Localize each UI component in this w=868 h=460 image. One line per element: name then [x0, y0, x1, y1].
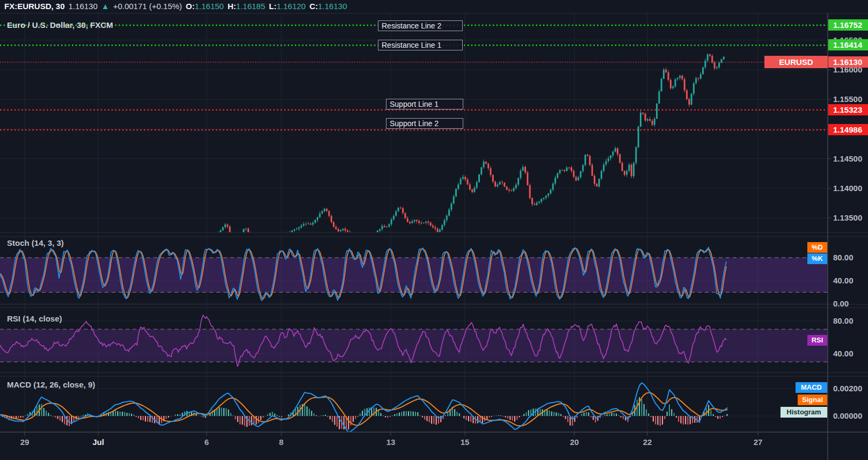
stoch-axis-label: 80.00 — [833, 253, 854, 262]
eurusd-line-tag: EURUSD — [764, 56, 828, 68]
open-value: 1.16150 — [195, 2, 224, 11]
main-pane-title: Euro / U.S. Dollar, 30, FXCM — [7, 20, 113, 30]
last-price: 1.16130 — [69, 2, 98, 11]
time-axis-label: 8 — [279, 437, 283, 447]
support2-price-badge: 1.14986 — [828, 124, 868, 135]
low-label: L: — [269, 2, 276, 11]
resistance1-price-badge: 1.16414 — [828, 39, 868, 50]
time-axis-label: 29 — [20, 437, 30, 447]
time-axis[interactable] — [0, 432, 868, 460]
time-axis-label: 27 — [754, 437, 763, 447]
high-value: 1.16185 — [236, 2, 265, 11]
resistance2-price-badge: 1.16752 — [828, 19, 868, 31]
stoch-k-badge: %K — [807, 253, 827, 264]
rsi-axis-label: 40.00 — [833, 349, 854, 358]
time-axis-label: Jul — [92, 437, 104, 447]
price-change: +0.00171 (+0.15%) — [113, 2, 182, 11]
direction-up-icon: ▲ — [101, 2, 110, 11]
price-axis-label: 1.14000 — [833, 184, 862, 193]
resistance-line-2-tag[interactable]: Resistance Line 2 — [378, 20, 463, 31]
symbol-name: FX:EURUSD, 30 — [4, 2, 65, 11]
support1-price-badge: 1.15323 — [828, 104, 868, 115]
macd-badge: MACD — [796, 382, 827, 393]
stoch-d-badge: %D — [807, 242, 827, 253]
trading-chart-app: FX:EURUSD, 301.16130▲+0.00171 (+0.15%)O:… — [0, 0, 868, 460]
last-price-badge: 1.16130 — [828, 56, 868, 68]
low-value: 1.16120 — [276, 2, 305, 11]
time-axis-label: 22 — [643, 437, 652, 447]
time-axis-label: 15 — [461, 437, 470, 447]
stoch-axis-label: 0.00 — [833, 300, 849, 308]
resistance-line-1-tag[interactable]: Resistance Line 1 — [378, 40, 463, 50]
stoch-axis-label: 40.00 — [833, 276, 854, 285]
rsi-pane-title: RSI (14, close) — [7, 314, 62, 323]
signal-badge: Signal — [798, 395, 827, 405]
price-axis-label: 1.15500 — [833, 95, 862, 104]
support-line-1-tag[interactable]: Support Line 1 — [386, 99, 463, 109]
price-axis-label: 1.13500 — [833, 214, 862, 222]
open-label: O: — [186, 2, 195, 11]
time-axis-label: 6 — [205, 437, 209, 447]
chart-canvas[interactable] — [0, 0, 868, 460]
support-line-2-tag[interactable]: Support Line 2 — [386, 118, 463, 129]
histogram-badge: Histogram — [781, 407, 827, 418]
macd-axis-label: 0.00200 — [833, 384, 862, 393]
time-axis-label: 20 — [570, 437, 579, 447]
time-axis-label: 13 — [386, 437, 396, 447]
stoch-pane-title: Stoch (14, 3, 3) — [7, 238, 64, 247]
close-label: C: — [309, 2, 318, 11]
rsi-badge: RSI — [807, 335, 827, 346]
close-value: 1.16130 — [318, 2, 347, 11]
price-axis-label: 1.14500 — [833, 155, 862, 163]
rsi-axis-label: 80.00 — [833, 317, 854, 325]
symbol-header: FX:EURUSD, 301.16130▲+0.00171 (+0.15%)O:… — [4, 1, 347, 12]
high-label: H: — [228, 2, 236, 11]
macd-pane-title: MACD (12, 26, close, 9) — [7, 380, 95, 389]
macd-axis-label: 0.00000 — [833, 412, 862, 420]
